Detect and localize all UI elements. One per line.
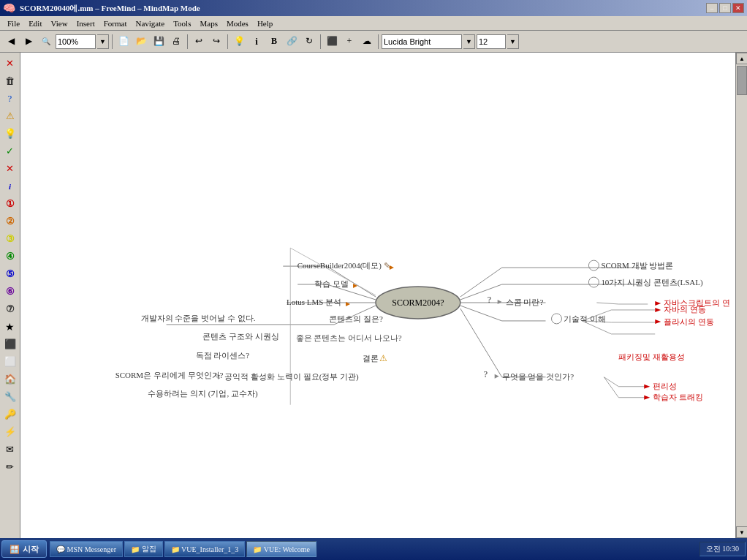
left-tool-num4[interactable]: ④ bbox=[2, 249, 18, 265]
info-button[interactable]: i bbox=[249, 34, 265, 50]
start-icon: 🪟 bbox=[10, 545, 20, 554]
taskbar-icon-2: 📁 bbox=[171, 545, 180, 553]
nav-forward-button[interactable]: ▶ bbox=[20, 34, 37, 50]
left-tool-6[interactable]: ✓ bbox=[2, 143, 18, 159]
new-button[interactable]: 📄 bbox=[115, 34, 132, 50]
left-tool-num7[interactable]: ⑦ bbox=[2, 301, 18, 317]
svg-text:플라시의 연동: 플라시의 연동 bbox=[664, 317, 714, 326]
menu-format[interactable]: Format bbox=[99, 18, 132, 29]
menu-file[interactable]: File bbox=[3, 18, 24, 29]
close-button[interactable]: ✕ bbox=[732, 3, 744, 13]
scroll-track-v[interactable] bbox=[736, 64, 747, 526]
left-tool-num2[interactable]: ② bbox=[2, 213, 18, 230]
maximize-button[interactable]: □ bbox=[719, 3, 731, 13]
scroll-thumb-v[interactable] bbox=[737, 66, 747, 95]
toolbar: ◀ ▶ 🔍 ▼ 📄 📂 💾 🖨 ↩ ↪ 💡 i B 🔗 ↻ ⬛ + ☁ ▼ ▼ bbox=[0, 31, 747, 53]
zoom-dropdown[interactable]: ▼ bbox=[97, 34, 109, 49]
svg-text:학습 모델: 학습 모델 bbox=[314, 279, 349, 288]
svg-text:?: ? bbox=[488, 295, 491, 305]
svg-text:독점 라이센스?: 독점 라이센스? bbox=[196, 351, 250, 360]
left-tool-1[interactable]: ✕ bbox=[2, 56, 18, 72]
taskbar-item-3[interactable]: 📁 VUE: Welcome bbox=[246, 541, 316, 557]
size-selector[interactable] bbox=[477, 34, 506, 49]
left-tool-shape[interactable]: ⬛ bbox=[2, 336, 18, 352]
svg-text:기술적 이해: 기술적 이해 bbox=[564, 314, 606, 323]
left-tool-2[interactable]: 🗑 bbox=[2, 73, 18, 89]
undo-button[interactable]: ↩ bbox=[191, 34, 207, 50]
svg-line-30 bbox=[604, 377, 618, 398]
left-tool-num6[interactable]: ⑥ bbox=[2, 284, 18, 300]
cloud-button[interactable]: ☁ bbox=[359, 34, 375, 50]
svg-text:⚠: ⚠ bbox=[379, 353, 387, 363]
scroll-down-button[interactable]: ▼ bbox=[736, 526, 747, 538]
svg-text:콘텐츠 구조와 시퀀싱: 콘텐츠 구조와 시퀀싱 bbox=[202, 332, 278, 341]
separator-3 bbox=[227, 34, 228, 49]
left-tool-num1[interactable]: ① bbox=[2, 196, 18, 212]
taskbar-item-1[interactable]: 📁 알집 bbox=[124, 541, 163, 557]
menu-maps[interactable]: Maps bbox=[195, 18, 221, 29]
svg-marker-55 bbox=[498, 300, 502, 304]
save-button[interactable]: 💾 bbox=[151, 34, 167, 50]
insert-child-button[interactable]: ⬛ bbox=[324, 34, 340, 50]
zoom-input[interactable] bbox=[56, 34, 96, 49]
left-tool-shape2[interactable]: ⬜ bbox=[2, 354, 18, 370]
font-selector[interactable] bbox=[382, 34, 462, 49]
left-tool-star[interactable]: ★ bbox=[2, 319, 18, 335]
menu-insert[interactable]: Insert bbox=[72, 18, 99, 29]
print-button[interactable]: 🖨 bbox=[168, 34, 184, 50]
left-tool-num3[interactable]: ③ bbox=[2, 231, 18, 247]
left-tool-pencil[interactable]: ✏ bbox=[2, 459, 18, 475]
node-icon-button[interactable]: 💡 bbox=[231, 34, 247, 50]
svg-text:학습자 트래킹: 학습자 트래킹 bbox=[653, 393, 703, 401]
left-tool-7[interactable]: ✕ bbox=[2, 161, 18, 177]
separator-2 bbox=[187, 34, 188, 49]
taskbar-icon-1: 📁 bbox=[131, 545, 140, 553]
start-button[interactable]: 🪟 시작 bbox=[1, 540, 47, 558]
insert-button[interactable]: + bbox=[341, 34, 357, 50]
left-tool-3[interactable]: ? bbox=[2, 91, 18, 107]
svg-text:패키징및 재활용성: 패키징및 재활용성 bbox=[618, 352, 685, 361]
link-button[interactable]: 🔗 bbox=[284, 34, 300, 50]
left-tool-8[interactable]: i bbox=[2, 178, 18, 194]
nav-back-button[interactable]: ◀ bbox=[3, 34, 19, 50]
title-bar: 🧠 SCORM20040에.mm – FreeMind – MindMap Mo… bbox=[0, 0, 747, 16]
svg-text:무엇을 얻을 것인가?: 무엇을 얻을 것인가? bbox=[502, 372, 574, 381]
left-tool-4[interactable]: ⚠ bbox=[2, 108, 18, 124]
menu-edit[interactable]: Edit bbox=[24, 18, 46, 29]
svg-marker-61 bbox=[655, 308, 661, 312]
left-tool-mail[interactable]: ✉ bbox=[2, 442, 18, 458]
svg-text:SCORM은 우리에게 무엇인가?: SCORM은 우리에게 무엇인가? bbox=[115, 371, 224, 379]
menu-modes[interactable]: Modes bbox=[222, 18, 253, 29]
menu-view[interactable]: View bbox=[46, 18, 72, 29]
separator-4 bbox=[320, 34, 321, 49]
taskbar-item-0[interactable]: 💬 MSN Messenger bbox=[50, 541, 123, 557]
left-tool-home[interactable]: 🏠 bbox=[2, 371, 18, 387]
taskbar-item-2[interactable]: 📁 VUE_Installer_1_3 bbox=[164, 541, 246, 557]
menu-navigate[interactable]: Navigate bbox=[131, 18, 169, 29]
svg-marker-63 bbox=[655, 319, 661, 324]
left-tool-num5[interactable]: ⑤ bbox=[2, 266, 18, 282]
mindmap-svg: SCORM2004? bbox=[20, 53, 735, 538]
minimize-button[interactable]: – bbox=[706, 3, 718, 13]
size-dropdown[interactable]: ▼ bbox=[507, 34, 519, 49]
left-tool-lightning[interactable]: ⚡ bbox=[2, 424, 18, 440]
menu-help[interactable]: Help bbox=[253, 18, 277, 29]
svg-marker-67 bbox=[495, 374, 499, 379]
open-button[interactable]: 📂 bbox=[133, 34, 149, 50]
left-tool-key[interactable]: 🔑 bbox=[2, 406, 18, 423]
bold-button[interactable]: B bbox=[266, 34, 282, 50]
mindmap-canvas[interactable]: SCORM2004? bbox=[20, 53, 735, 538]
start-label: 시작 bbox=[23, 544, 39, 555]
redo2-button[interactable]: ↻ bbox=[301, 34, 317, 50]
svg-marker-69 bbox=[644, 385, 650, 389]
redo-button[interactable]: ↪ bbox=[208, 34, 224, 50]
zoom-out-button[interactable]: 🔍 bbox=[38, 34, 54, 50]
vertical-scrollbar[interactable]: ▲ ▼ bbox=[735, 53, 747, 538]
font-dropdown[interactable]: ▼ bbox=[463, 34, 475, 49]
left-toolbar: ✕ 🗑 ? ⚠ 💡 ✓ ✕ i ① ② ③ ④ ⑤ ⑥ ⑦ ★ ⬛ ⬜ 🏠 🔧 … bbox=[0, 53, 20, 538]
left-tool-5[interactable]: 💡 bbox=[2, 126, 18, 142]
left-tool-wrench[interactable]: 🔧 bbox=[2, 389, 18, 405]
menu-tools[interactable]: Tools bbox=[169, 18, 195, 29]
svg-text:스콤 미란?: 스콤 미란? bbox=[506, 298, 544, 306]
scroll-up-button[interactable]: ▲ bbox=[736, 53, 747, 64]
